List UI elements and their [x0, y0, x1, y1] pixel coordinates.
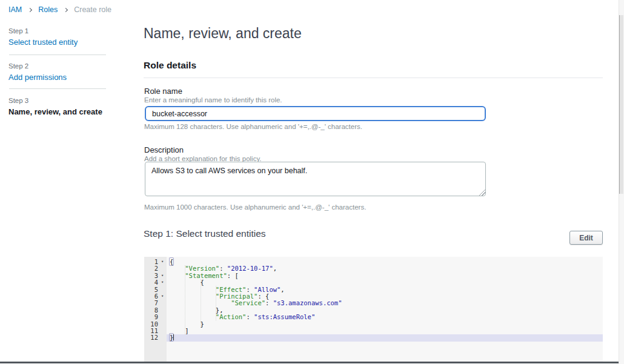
code-line-content: "Service": "s3.amazonaws.com" [167, 300, 603, 306]
role-name-input[interactable] [145, 106, 486, 121]
sidebar-item-name-review-create: Name, review, and create [8, 107, 133, 116]
section-divider [144, 78, 603, 78]
sidebar-item-add-permissions[interactable]: Add permissions [8, 73, 133, 82]
code-line-content: ] [167, 328, 603, 334]
line-number: 4 [144, 279, 158, 286]
line-number: 12 [144, 334, 158, 341]
breadcrumb: IAM Roles Create role [8, 5, 111, 14]
sidebar-divider [9, 55, 106, 55]
sidebar-divider [9, 88, 106, 89]
trust-policy-code-editor[interactable]: 1▾{2 "Version": "2012-10-17",3▾ "Stateme… [144, 257, 603, 362]
breadcrumb-current-create-role: Create role [74, 5, 111, 14]
code-line-content: "Action": "sts:AssumeRole" [167, 314, 603, 320]
fold-spacer [158, 321, 167, 328]
text-cursor [173, 334, 174, 340]
step-2-label: Step 2 [8, 62, 133, 70]
wizard-step-2: Step 2 Add permissions [8, 62, 133, 82]
description-label: Description [144, 145, 184, 154]
code-line-content: } [167, 321, 603, 328]
fold-icon[interactable]: ▾ [158, 273, 167, 279]
editor-line[interactable]: 10 } [144, 321, 603, 328]
editor-line[interactable]: 9 "Action": "sts:AssumeRole" [144, 314, 603, 320]
description-textarea[interactable]: Allows S3 to call AWS services on your b… [145, 162, 486, 196]
edit-button[interactable]: Edit [569, 231, 603, 245]
role-name-label: Role name [144, 87, 182, 96]
fold-spacer [158, 334, 167, 341]
fold-spacer [158, 265, 167, 272]
code-line-content: } [167, 334, 603, 341]
fold-icon[interactable]: ▾ [158, 259, 167, 265]
breadcrumb-chevron-icon [28, 7, 32, 12]
page-scrollbar-track[interactable] [619, 0, 624, 364]
line-number: 9 [144, 314, 158, 320]
textarea-resize-handle-icon[interactable] [479, 190, 485, 196]
breadcrumb-link-iam[interactable]: IAM [8, 5, 22, 14]
fold-spacer [158, 328, 167, 334]
page-scrollbar-thumb[interactable] [619, 15, 623, 194]
fold-spacer [158, 300, 167, 306]
wizard-step-1: Step 1 Select trusted entity [8, 27, 133, 47]
description-constraints-text: Maximum 1000 characters. Use alphanumeri… [144, 204, 366, 211]
sidebar-item-select-trusted-entity[interactable]: Select trusted entity [8, 38, 133, 47]
role-name-hint: Enter a meaningful name to identify this… [144, 96, 282, 104]
editor-rows: 1▾{2 "Version": "2012-10-17",3▾ "Stateme… [144, 259, 603, 342]
fold-spacer [158, 307, 167, 314]
page-title: Name, review, and create [144, 25, 302, 42]
fold-spacer [158, 314, 167, 320]
breadcrumb-link-roles[interactable]: Roles [38, 5, 58, 14]
wizard-step-3: Step 3 Name, review, and create [8, 97, 133, 116]
editor-line[interactable]: 3▾ "Statement": [ [144, 273, 603, 279]
fold-icon[interactable]: ▾ [158, 293, 167, 300]
role-details-heading: Role details [144, 60, 196, 71]
editor-line[interactable]: 12} [144, 334, 603, 341]
fold-spacer [158, 286, 167, 293]
code-line-content: "Statement": [ [167, 273, 603, 279]
fold-icon[interactable]: ▾ [158, 279, 167, 286]
step-3-label: Step 3 [8, 97, 133, 104]
editor-line[interactable]: 11 ] [144, 328, 603, 334]
role-name-constraints-text: Maximum 128 characters. Use alphanumeric… [144, 123, 362, 130]
step1-review-heading: Step 1: Select trusted entities [144, 228, 266, 239]
window-bottom-edge [0, 362, 624, 363]
iam-create-role-page: IAM Roles Create role Step 1 Select trus… [0, 0, 624, 364]
step-1-label: Step 1 [8, 27, 133, 35]
breadcrumb-chevron-icon [64, 7, 68, 12]
